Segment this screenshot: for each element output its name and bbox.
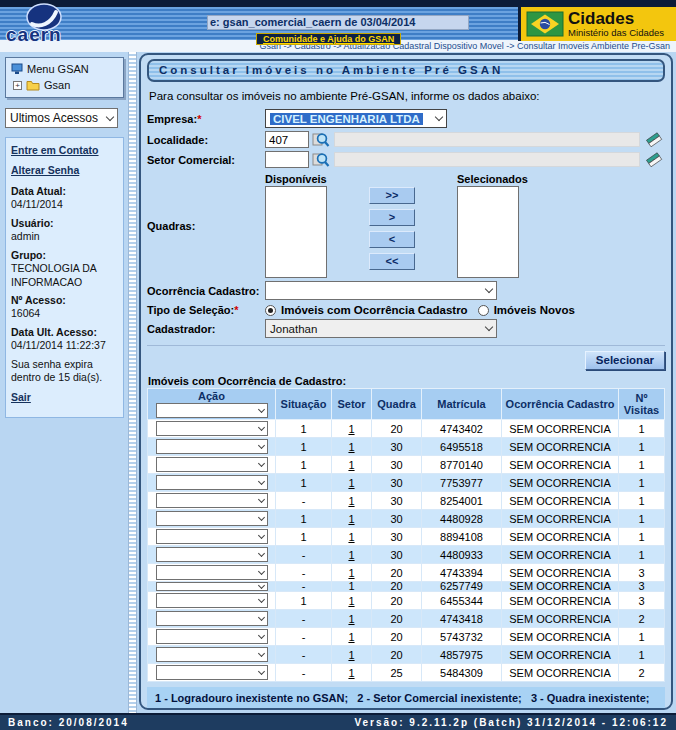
banco-date: Banco: 20/08/2014 [8,717,129,728]
cell-situacao: 1 [300,459,306,471]
page-title: Consultar Imóveis no Ambiente Pré GSAN [147,59,665,82]
tree-item-gsan[interactable]: Gsan [44,79,70,91]
cell-setor-link[interactable]: 1 [348,649,354,661]
cell-setor-link[interactable]: 1 [348,459,354,471]
cell-setor-link[interactable]: 1 [348,613,354,625]
table-row: 11304480928SEM OCORRENCIA1 [148,510,665,528]
cell-setor-link[interactable]: 1 [348,667,354,679]
row-action-select[interactable] [156,493,268,508]
radio-imoveis-novos[interactable] [478,305,489,316]
cell-setor-link[interactable]: 1 [348,567,354,579]
empresa-select[interactable]: CIVEL ENGENHARIA LTDA [265,109,447,128]
cell-ocorrencia: SEM OCORRENCIA [509,549,610,561]
cell-matricula: 6455344 [440,595,483,607]
cell-ocorrencia: SEM OCORRENCIA [509,495,610,507]
row-action-select[interactable] [156,647,268,662]
cadastrador-select[interactable]: Jonathan [265,319,497,338]
row-action-select[interactable] [156,529,268,544]
cell-quadra: 30 [390,459,402,471]
quadras-selecionados-list[interactable] [457,186,519,278]
radio-imoveis-com-ocorrencia[interactable] [265,305,276,316]
ultimos-acessos-select[interactable]: Ultimos Acessos [5,108,118,128]
row-action-select[interactable] [156,439,268,454]
legend-box: 1 - Logradouro inexistente no GSAN; 2 - … [147,687,665,710]
row-action-select[interactable] [156,611,268,626]
logout-link[interactable]: Sair [11,391,118,404]
setor-comercial-label: Setor Comercial: [147,154,265,166]
cell-matricula: 8894108 [440,531,483,543]
ocorrencia-cadastro-select[interactable] [265,281,497,300]
move-all-left-button[interactable]: << [369,253,415,270]
cell-setor-link[interactable]: 1 [348,549,354,561]
row-action-select[interactable] [156,582,268,591]
chevron-down-icon [257,531,264,538]
quadras-disponiveis-list[interactable] [265,186,327,278]
cell-ocorrencia: SEM OCORRENCIA [509,613,610,625]
setor-comercial-input[interactable] [265,151,309,168]
cell-quadra: 30 [390,549,402,561]
table-row: -1304480933SEM OCORRENCIA1 [148,546,665,564]
move-left-button[interactable]: < [369,231,415,248]
cell-visitas: 1 [638,513,644,525]
cell-visitas: 1 [638,549,644,561]
cell-setor-link[interactable]: 1 [348,582,354,592]
chevron-down-icon [257,613,264,620]
table-row: 11306495518SEM OCORRENCIA1 [148,438,665,456]
table-header-row: Ação Situação Setor Quadra Matrícula Oco… [148,389,665,420]
cell-situacao: 1 [300,423,306,435]
setor-search-icon[interactable] [312,151,330,168]
cell-setor-link[interactable]: 1 [348,477,354,489]
row-action-select[interactable] [156,593,268,608]
row-action-select[interactable] [156,457,268,472]
row-action-select[interactable] [156,547,268,562]
cell-visitas: 1 [638,459,644,471]
cell-setor-link[interactable]: 1 [348,441,354,453]
move-all-right-button[interactable]: >> [369,187,415,204]
chevron-down-icon [257,595,264,602]
localidade-erase-icon[interactable] [645,131,664,148]
setor-erase-icon[interactable] [645,151,664,168]
cell-quadra: 20 [390,567,402,579]
cell-ocorrencia: SEM OCORRENCIA [509,531,610,543]
cell-situacao: - [302,613,306,625]
row-action-select[interactable] [156,421,268,436]
version-info: Versão: 9.2.11.2p (Batch) 31/12/2014 - 1… [354,717,668,728]
gsan-help-link[interactable]: Comunidade e Ajuda do GSAN [256,33,401,45]
row-action-select[interactable] [156,565,268,580]
cell-quadra: 25 [390,667,402,679]
cell-situacao: - [302,567,306,579]
row-action-select[interactable] [156,511,268,526]
acao-header-select[interactable] [156,403,268,418]
cell-matricula: 4743402 [440,423,483,435]
row-action-select[interactable] [156,665,268,680]
table-row: -1205743732SEM OCORRENCIA1 [148,628,665,646]
cell-ocorrencia: SEM OCORRENCIA [509,513,610,525]
move-right-button[interactable]: > [369,209,415,226]
selecionar-button[interactable]: Selecionar [585,351,665,370]
cell-setor-link[interactable]: 1 [348,595,354,607]
localidade-search-icon[interactable] [312,131,330,148]
change-password-link[interactable]: Alterar Senha [11,164,118,177]
user-value: admin [11,230,40,242]
cell-setor-link[interactable]: 1 [348,423,354,435]
localidade-input[interactable] [265,131,309,148]
row-action-select[interactable] [156,629,268,644]
contact-link[interactable]: Entre em Contato [11,144,118,157]
tree-expand-icon[interactable]: + [13,81,22,90]
cell-setor-link[interactable]: 1 [348,495,354,507]
cell-matricula: 5484309 [440,667,483,679]
row-action-select[interactable] [156,475,268,490]
cell-situacao: 1 [300,595,306,607]
chevron-down-icon [257,495,264,502]
cell-ocorrencia: SEM OCORRENCIA [509,631,610,643]
chevron-down-icon [485,285,493,293]
ultimos-acessos-value: Ultimos Acessos [10,111,98,125]
cell-setor-link[interactable]: 1 [348,531,354,543]
cell-visitas: 2 [638,613,644,625]
cell-setor-link[interactable]: 1 [348,631,354,643]
cell-setor-link[interactable]: 1 [348,513,354,525]
cell-matricula: 5743732 [440,631,483,643]
cell-situacao: 1 [300,513,306,525]
sidebar: Menu GSAN + Gsan Ultimos Acessos Entre e… [0,52,128,713]
cell-visitas: 1 [638,631,644,643]
